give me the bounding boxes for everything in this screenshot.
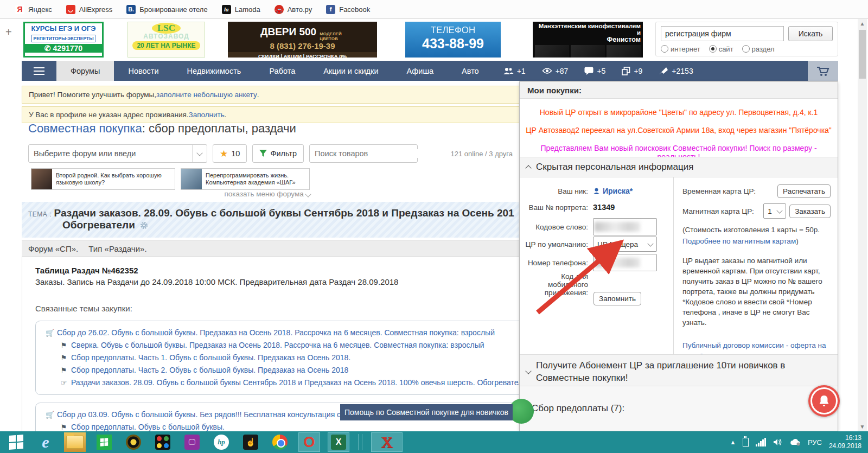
announcement-link[interactable]: Новый ЦР открыт в микрорайоне "Цветы" по… bbox=[520, 108, 838, 117]
taskbar-ie[interactable]: e bbox=[35, 432, 56, 452]
site-search-button[interactable]: Искать bbox=[788, 26, 833, 41]
page-scrollbar[interactable]: ▲ ▼ bbox=[858, 19, 867, 431]
counter-value: +9 bbox=[634, 67, 642, 75]
ad-banner-ege-courses[interactable]: КУРСЫ ЕГЭ И ОГЭ РЕПЕТИТОРЫ-ЭКСПЕРТЫ ✆ 42… bbox=[23, 22, 104, 58]
chevron-up-icon bbox=[525, 165, 531, 171]
scroll-up-icon[interactable]: ▲ bbox=[858, 19, 867, 28]
phone-input[interactable] bbox=[593, 254, 657, 271]
default-cr-label: ЦР по умолчанию: bbox=[520, 240, 588, 248]
taskbar-clock[interactable]: 16:13 24.09.2018 bbox=[829, 434, 861, 450]
friends-counter[interactable]: +1 bbox=[503, 67, 526, 75]
bookmark-aliexpress[interactable]: ◡ AliExpress bbox=[66, 5, 112, 14]
language-indicator[interactable]: РУС bbox=[808, 438, 822, 446]
radio-site[interactable]: сайт bbox=[709, 45, 733, 53]
survey-link[interactable]: заполните небольшую анкету bbox=[156, 91, 257, 99]
messages-counter[interactable]: +5 bbox=[584, 67, 605, 75]
taskbar-disc-app[interactable] bbox=[123, 432, 144, 452]
bookmark-lamoda[interactable]: la Lamoda bbox=[222, 5, 260, 14]
gear-icon[interactable] bbox=[139, 221, 149, 230]
windows-counter[interactable]: +9 bbox=[622, 67, 642, 75]
nav-tab-forums[interactable]: Форумы bbox=[56, 61, 114, 81]
cloud-icon[interactable] bbox=[790, 438, 801, 446]
signal-icon[interactable] bbox=[756, 438, 766, 446]
abonement-section-header[interactable]: Получите Абонемент ЦР за приглашение 10т… bbox=[520, 354, 838, 389]
goods-search-input[interactable] bbox=[310, 149, 421, 158]
sp-home-link[interactable]: Совместная покупка bbox=[28, 122, 142, 135]
notification-bell-button[interactable] bbox=[808, 385, 840, 417]
bookmark-booking[interactable]: B. Бронирование отеле bbox=[126, 5, 208, 14]
card-qty-select[interactable]: 1 bbox=[763, 203, 786, 219]
bookmark-autoru[interactable]: 🚗 Авто.ру bbox=[275, 5, 312, 14]
codeword-input[interactable] bbox=[593, 218, 657, 235]
banner-text: Манхэттенским кинофестивалем и bbox=[535, 23, 641, 36]
nick-link[interactable]: Ириска* bbox=[593, 187, 633, 195]
taskbar-excel[interactable]: X bbox=[328, 432, 349, 452]
ad-banner-doors[interactable]: ДВЕРИ 500 МОДЕЛЕЙ ЦВЕТОВ 8 (831) 276-19-… bbox=[228, 22, 377, 58]
bookmark-yandex[interactable]: Я Яндекс bbox=[15, 5, 52, 14]
prepay-section-header[interactable]: Сбор предоплаты (7): bbox=[520, 386, 838, 431]
default-cr-select[interactable]: ЦР Мещера bbox=[593, 237, 657, 252]
taskbar-touch-app[interactable]: ☝ bbox=[240, 432, 261, 452]
magnet-cards-link[interactable]: Подробнее по магнитным картам bbox=[682, 237, 796, 245]
show-forum-menu-link[interactable]: показать меню форума bbox=[22, 190, 513, 198]
nav-tab-afisha[interactable]: Афиша bbox=[393, 61, 448, 81]
nav-tab-realty[interactable]: Недвижимость bbox=[173, 61, 256, 81]
nav-tab-deals[interactable]: Акции и скидки bbox=[309, 61, 392, 81]
nav-tab-auto[interactable]: Авто bbox=[448, 61, 493, 81]
hidden-info-section-header[interactable]: Скрытая персональная информация bbox=[520, 157, 838, 177]
side-plus-button[interactable]: + bbox=[5, 26, 12, 39]
aliexpress-icon: ◡ bbox=[66, 5, 75, 14]
teaser-language-school[interactable]: Второй родной. Как выбрать хорошую языко… bbox=[31, 168, 175, 190]
section-title: Скрытая персональная информация bbox=[536, 162, 693, 173]
taskbar-start-button[interactable] bbox=[5, 432, 27, 452]
nav-tab-news[interactable]: Новости bbox=[114, 61, 173, 81]
tray-date: 24.09.2018 bbox=[829, 442, 861, 450]
site-search-input[interactable] bbox=[661, 26, 784, 41]
order-card-button[interactable]: Заказать bbox=[789, 205, 831, 218]
forum-select[interactable]: Выберите форум или введи bbox=[28, 144, 207, 163]
my-purchases-header: Мои покупки: bbox=[520, 82, 838, 99]
page-title: Совместная покупка: сбор предоплаты, раз… bbox=[28, 122, 296, 136]
taskbar-opera[interactable]: O bbox=[298, 432, 320, 452]
banner-text: ТЕЛЕФОН bbox=[405, 25, 501, 36]
ad-banner-cinema[interactable]: Манхэттенским кинофестивалем и Фенистом bbox=[533, 22, 643, 58]
chrome-icon bbox=[272, 435, 288, 450]
save-button[interactable]: Запомнить bbox=[593, 292, 641, 305]
radio-internet[interactable]: интернет bbox=[661, 45, 700, 53]
cast-icon: 🖵 bbox=[184, 435, 200, 450]
portrait-label: Ваш № портрета: bbox=[520, 203, 588, 212]
print-button[interactable]: Распечатать bbox=[777, 184, 831, 198]
hamburger-menu-button[interactable] bbox=[22, 61, 56, 81]
speaker-icon[interactable] bbox=[773, 438, 783, 446]
pinned-counter[interactable]: +2153 bbox=[659, 67, 693, 75]
scrollbar-thumb[interactable] bbox=[859, 30, 866, 79]
nav-tab-jobs[interactable]: Работа bbox=[255, 61, 309, 81]
favorites-button[interactable]: ★ 10 bbox=[213, 144, 247, 163]
ad-banner-telephone[interactable]: ТЕЛЕФОН 433-88-99 bbox=[405, 22, 501, 58]
scroll-down-icon[interactable]: ▼ bbox=[858, 422, 867, 431]
taskbar-cast-app[interactable]: 🖵 bbox=[181, 432, 203, 452]
filter-button[interactable]: Фильтр bbox=[252, 144, 304, 163]
card-cost-note: (Стоимость изготовления 1 карты = 50р. П… bbox=[682, 224, 831, 247]
bookmark-facebook[interactable]: f Facebook bbox=[326, 5, 370, 14]
announcement-link[interactable]: ЦР Автозавод2 переехал на ул.Советской А… bbox=[520, 126, 838, 135]
counter-value: +2153 bbox=[672, 67, 693, 75]
taskbar-file-explorer[interactable] bbox=[64, 432, 86, 452]
views-counter[interactable]: +87 bbox=[542, 67, 569, 75]
ad-banner-lsc[interactable]: LSC АВТОЗАВОД 20 ЛЕТ НА РЫНКЕ bbox=[127, 22, 205, 58]
taskbar-photos-app[interactable] bbox=[152, 432, 174, 452]
tray-expand-icon[interactable]: ▲ bbox=[730, 439, 736, 445]
taskbar-closed-app[interactable]: X bbox=[371, 432, 403, 452]
fill-address-link[interactable]: Заполнить bbox=[189, 111, 225, 119]
chevron-down-icon[interactable] bbox=[192, 145, 207, 162]
copy-icon bbox=[622, 67, 630, 75]
radio-section[interactable]: раздел bbox=[742, 45, 775, 53]
teaser-shag-academy[interactable]: Перепрограммировать жизнь. Компьютерная … bbox=[181, 168, 310, 190]
taskbar-windows-store[interactable] bbox=[93, 432, 115, 452]
topic-title: Раздачи заказов. 28.09. Обувь с большой … bbox=[54, 207, 514, 219]
taskbar-hp-app[interactable]: hp bbox=[210, 432, 232, 452]
newbie-help-tooltip[interactable]: Помощь по Совместной покупке для новичко… bbox=[340, 404, 513, 420]
battery-icon[interactable] bbox=[743, 438, 749, 447]
cart-button[interactable] bbox=[808, 61, 838, 81]
taskbar-chrome[interactable] bbox=[269, 432, 291, 452]
